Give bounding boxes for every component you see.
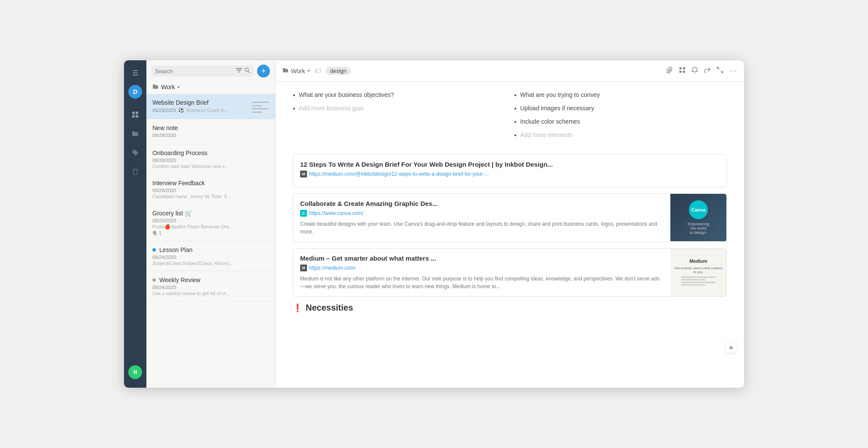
canva-card-image: Canva Empoweringthe worldto design. bbox=[670, 194, 726, 241]
note-date: 09/25/2020 bbox=[152, 218, 176, 223]
medium-img-subtitle: Get smarter about what matters to you. bbox=[674, 266, 723, 274]
link-card-url[interactable]: C https://www.canva.com/ bbox=[300, 210, 663, 217]
medium-card-image: Medium Get smarter about what matters to… bbox=[670, 249, 726, 296]
svg-rect-2 bbox=[132, 115, 135, 118]
two-col-bullets: What are your business objectives? Add m… bbox=[293, 90, 727, 144]
bullet-item: What are you trying to convey bbox=[514, 90, 727, 100]
nav-folder-icon[interactable] bbox=[127, 125, 144, 142]
note-preview: Confirm start date Welcome new e... bbox=[152, 164, 247, 169]
necessities-title: Necessities bbox=[306, 303, 353, 313]
toolbar-right: ··· bbox=[666, 66, 737, 75]
note-title: Interview Feedback bbox=[152, 180, 269, 187]
svg-rect-3 bbox=[136, 115, 138, 118]
filter-icon[interactable] bbox=[236, 68, 242, 75]
link-card-body: Collaborate & Create Amazing Graphic Des… bbox=[293, 194, 670, 242]
breadcrumb-notebook-name: Work bbox=[291, 68, 305, 75]
main-toolbar: Work ▾ 🏷 design bbox=[276, 60, 744, 82]
warning-icon: ❗ bbox=[293, 303, 302, 313]
svg-rect-0 bbox=[132, 112, 135, 114]
note-item-website-design-brief[interactable]: Website Design Brief 09/29/2020 ⚽ Busine… bbox=[146, 94, 275, 119]
add-note-button[interactable]: + bbox=[257, 65, 270, 78]
svg-rect-6 bbox=[679, 67, 682, 69]
link-card-description: Medium is not like any other platform on… bbox=[300, 275, 663, 290]
note-item-grocery-list[interactable]: Grocery list 🛒 09/25/2020 Fruits🍎 Apples… bbox=[146, 205, 275, 241]
link-card-body: Medium – Get smarter about what matters … bbox=[293, 249, 670, 296]
note-preview: Use a weekly review to get rid of cl... bbox=[152, 291, 247, 296]
note-date: 09/28/2020 bbox=[152, 158, 176, 163]
necessities-section: ❗ Necessities bbox=[293, 303, 727, 313]
user-avatar[interactable]: D bbox=[128, 85, 142, 99]
breadcrumb[interactable]: Work ▾ bbox=[282, 68, 310, 75]
notebook-dropdown-icon: ▾ bbox=[177, 84, 180, 90]
attach-icon[interactable] bbox=[666, 67, 673, 75]
search-mag-icon[interactable] bbox=[245, 68, 250, 75]
note-item-lesson-plan[interactable]: Lesson Plan 09/24/2020 Subject/Class:Sub… bbox=[146, 241, 275, 271]
necessities-header: ❗ Necessities bbox=[293, 303, 727, 313]
expand-icon[interactable] bbox=[717, 67, 723, 75]
app-window: ☰ D N + bbox=[124, 60, 744, 388]
grid-view-icon[interactable] bbox=[679, 67, 685, 75]
note-meta-icon: ⚽ bbox=[178, 107, 184, 113]
note-title: Grocery list 🛒 bbox=[152, 210, 269, 217]
search-box[interactable] bbox=[152, 65, 254, 77]
note-meta: 09/28/2020 bbox=[152, 188, 269, 193]
note-thumbnail bbox=[250, 99, 271, 115]
right-bullet-list: What are you trying to convey Upload ima… bbox=[514, 90, 727, 144]
breadcrumb-folder-icon bbox=[282, 68, 288, 74]
link-card-body: 12 Steps To Write A Design Brief For You… bbox=[293, 155, 726, 187]
link-card-description: Create beautiful designs with your team.… bbox=[300, 220, 663, 236]
note-title: New note bbox=[152, 124, 269, 131]
tag-chip[interactable]: design bbox=[326, 67, 350, 75]
link-card-title: Collaborate & Create Amazing Graphic Des… bbox=[300, 200, 663, 207]
share-icon[interactable] bbox=[704, 67, 711, 75]
note-list-scroll[interactable]: Website Design Brief 09/29/2020 ⚽ Busine… bbox=[146, 94, 275, 388]
nav-grid-icon[interactable] bbox=[127, 106, 144, 123]
link-card-url[interactable]: M https://medium.com/@inkbotdesign/12-st… bbox=[300, 171, 719, 177]
menu-icon[interactable]: ☰ bbox=[129, 65, 142, 81]
note-meta: 09/28/2020 bbox=[152, 158, 269, 163]
note-meta: 09/29/2020 bbox=[152, 133, 269, 138]
breadcrumb-dropdown-icon[interactable]: ▾ bbox=[307, 68, 310, 74]
bullet-placeholder[interactable]: Add more elements bbox=[514, 131, 727, 140]
svg-rect-1 bbox=[136, 112, 138, 114]
svg-rect-9 bbox=[683, 71, 685, 73]
main-content: Work ▾ 🏷 design bbox=[276, 60, 744, 388]
bell-icon[interactable] bbox=[691, 67, 698, 75]
note-date: 09/29/2020 bbox=[152, 133, 176, 138]
note-list-header: + bbox=[146, 60, 275, 81]
note-item-weekly-review[interactable]: Weekly Review 09/24/2020 Use a weekly re… bbox=[146, 271, 275, 302]
note-date: 09/28/2020 bbox=[152, 188, 176, 193]
note-preview: Business Goals In... bbox=[186, 108, 229, 113]
note-item-interview-feedback[interactable]: Interview Feedback 09/28/2020 Candidate … bbox=[146, 174, 275, 205]
scroll-up-button[interactable] bbox=[725, 341, 737, 353]
link-card-medium[interactable]: Medium – Get smarter about what matters … bbox=[293, 248, 727, 297]
bullet-item: What are your business objectives? bbox=[293, 90, 505, 100]
nav-tag-icon[interactable] bbox=[127, 144, 144, 161]
left-bullet-list: What are your business objectives? Add m… bbox=[293, 90, 505, 144]
svg-rect-8 bbox=[679, 71, 682, 73]
bullet-placeholder[interactable]: Add more business goal bbox=[293, 104, 505, 113]
notebook-selector[interactable]: Work ▾ bbox=[146, 81, 275, 94]
attachment-count: 1 bbox=[159, 230, 161, 236]
link-card-url[interactable]: M https://medium.com/ bbox=[300, 264, 663, 271]
nav-trash-icon[interactable] bbox=[127, 163, 144, 180]
sync-dot-blue bbox=[152, 248, 156, 252]
note-item-onboarding-process[interactable]: Onboarding Process 09/28/2020 Confirm st… bbox=[146, 144, 275, 174]
workspace-avatar[interactable]: N bbox=[128, 365, 142, 379]
c-icon: C bbox=[300, 210, 307, 217]
more-options-icon[interactable]: ··· bbox=[729, 66, 737, 75]
note-meta: 09/24/2020 bbox=[152, 255, 269, 260]
svg-line-5 bbox=[248, 72, 250, 73]
svg-rect-7 bbox=[683, 67, 685, 69]
note-item-new-note[interactable]: New note 09/29/2020 bbox=[146, 119, 275, 144]
notebook-folder-icon bbox=[152, 84, 158, 90]
canva-logo: Canva bbox=[689, 200, 708, 219]
note-date: 09/24/2020 bbox=[152, 255, 176, 260]
link-card-canva[interactable]: Collaborate & Create Amazing Graphic Des… bbox=[293, 193, 727, 242]
link-card-inkbot[interactable]: 12 Steps To Write A Design Brief For You… bbox=[293, 154, 727, 187]
search-input[interactable] bbox=[155, 68, 233, 75]
note-body[interactable]: What are your business objectives? Add m… bbox=[276, 82, 744, 388]
link-card-title: 12 Steps To Write A Design Brief For You… bbox=[300, 161, 719, 168]
note-date: 09/29/2020 bbox=[152, 108, 176, 113]
m-icon: M bbox=[300, 264, 307, 271]
